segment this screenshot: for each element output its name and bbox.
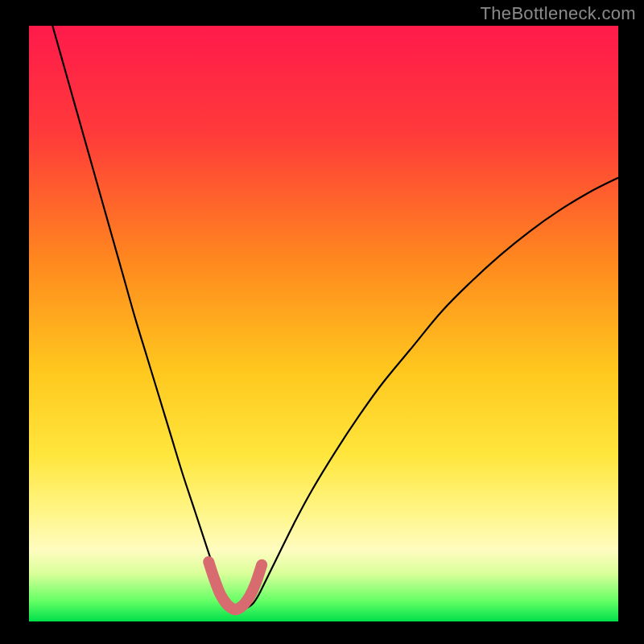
chart-background: [29, 26, 618, 621]
chart-plot-area: [29, 26, 618, 621]
chart-frame: TheBottleneck.com: [0, 0, 644, 644]
watermark-text: TheBottleneck.com: [481, 3, 636, 24]
chart-svg: [29, 26, 618, 621]
